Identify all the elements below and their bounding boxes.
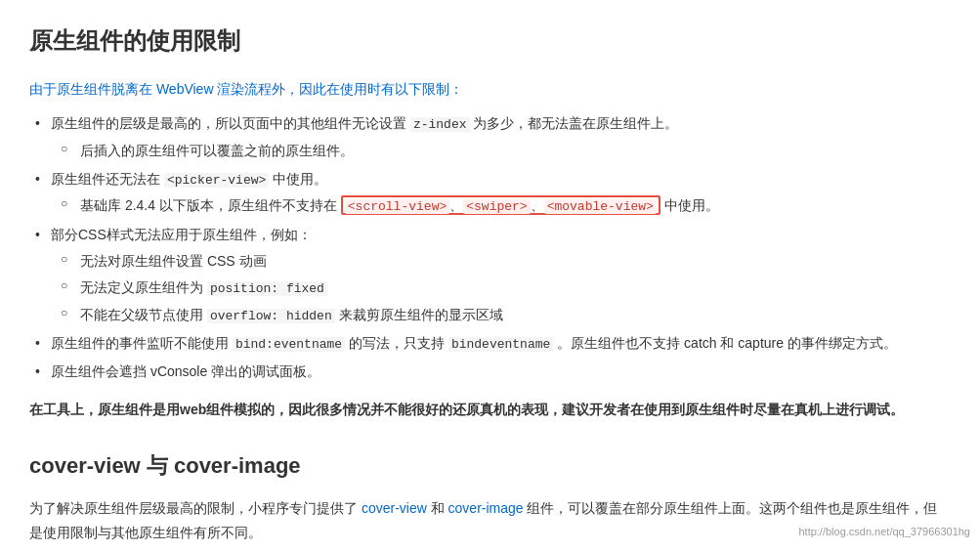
code-z-index: z-index <box>410 117 470 132</box>
page-title: 原生组件的使用限制 <box>29 20 951 62</box>
list-item-4-text: 原生组件的事件监听不能使用 bind:eventname 的写法，只支持 bin… <box>51 335 897 351</box>
cover-image-link[interactable]: cover-image <box>448 500 524 516</box>
sub-list-2: 基础库 2.4.4 以下版本，原生组件不支持在 <scroll-view>、<s… <box>51 193 951 218</box>
sub-list-3: 无法对原生组件设置 CSS 动画 无法定义原生组件为 position: fix… <box>51 249 951 327</box>
code-scroll-view: <scroll-view> <box>345 199 449 214</box>
sub-item-3-1: 无法对原生组件设置 CSS 动画 <box>51 249 951 274</box>
list-item-5-text: 原生组件会遮挡 vConsole 弹出的调试面板。 <box>51 363 320 379</box>
main-list: 原生组件的层级是最高的，所以页面中的其他组件无论设置 z-index 为多少，都… <box>29 111 951 384</box>
list-item-3-text: 部分CSS样式无法应用于原生组件，例如： <box>51 227 312 242</box>
code-swiper: <swiper> <box>463 199 530 214</box>
list-item-5: 原生组件会遮挡 vConsole 弹出的调试面板。 <box>29 360 951 384</box>
code-picker-view: <picker-view> <box>164 173 269 188</box>
list-item-3: 部分CSS样式无法应用于原生组件，例如： 无法对原生组件设置 CSS 动画 无法… <box>29 223 951 327</box>
list-item-2: 原生组件还无法在 <picker-view> 中使用。 基础库 2.4.4 以下… <box>29 167 951 219</box>
list-item-1: 原生组件的层级是最高的，所以页面中的其他组件无论设置 z-index 为多少，都… <box>29 111 951 163</box>
section2-title: cover-view 与 cover-image <box>29 446 951 486</box>
code-bind-eventname: bind:eventname <box>233 337 345 352</box>
code-overflow-hidden: overflow: hidden <box>207 309 335 323</box>
cover-view-link[interactable]: cover-view <box>362 500 427 516</box>
sub-item-1-1: 后插入的原生组件可以覆盖之前的原生组件。 <box>51 139 951 163</box>
highlighted-codes-box: <scroll-view>、<swiper>、<movable-view> <box>341 195 660 215</box>
sub-list-1: 后插入的原生组件可以覆盖之前的原生组件。 <box>51 139 951 163</box>
list-item-4: 原生组件的事件监听不能使用 bind:eventname 的写法，只支持 bin… <box>29 331 951 356</box>
watermark: http://blog.csdn.net/qq_37966301hg <box>798 523 970 542</box>
sub-item-3-2: 无法定义原生组件为 position: fixed <box>51 276 951 300</box>
sub-item-3-3: 不能在父级节点使用 overflow: hidden 来裁剪原生组件的显示区域 <box>51 303 951 327</box>
code-bindeventname: bindeventname <box>448 337 553 352</box>
list-item-1-text: 原生组件的层级是最高的，所以页面中的其他组件无论设置 z-index 为多少，都… <box>51 115 678 131</box>
code-position-fixed: position: fixed <box>207 281 327 296</box>
list-item-2-text: 原生组件还无法在 <picker-view> 中使用。 <box>51 171 327 187</box>
sub-item-2-1: 基础库 2.4.4 以下版本，原生组件不支持在 <scroll-view>、<s… <box>51 193 951 218</box>
intro-text: 由于原生组件脱离在 WebView 渲染流程外，因此在使用时有以下限制： <box>29 77 951 102</box>
bold-notice: 在工具上，原生组件是用web组件模拟的，因此很多情况并不能很好的还原真机的表现，… <box>29 398 951 422</box>
code-movable-view: <movable-view> <box>544 199 657 214</box>
